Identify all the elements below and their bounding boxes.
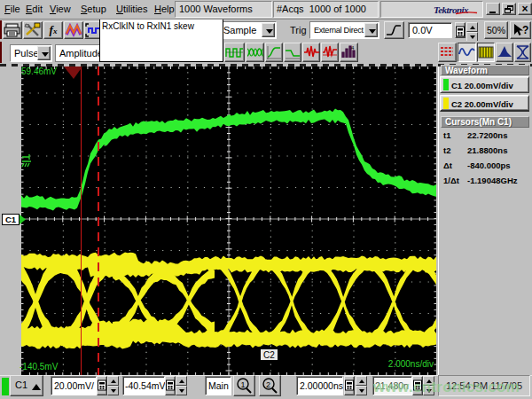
svg-text:?: ? — [522, 24, 528, 36]
svg-text:4: 4 — [351, 45, 355, 51]
svg-text:2: 2 — [266, 380, 270, 389]
svg-text:1: 1 — [241, 380, 246, 389]
